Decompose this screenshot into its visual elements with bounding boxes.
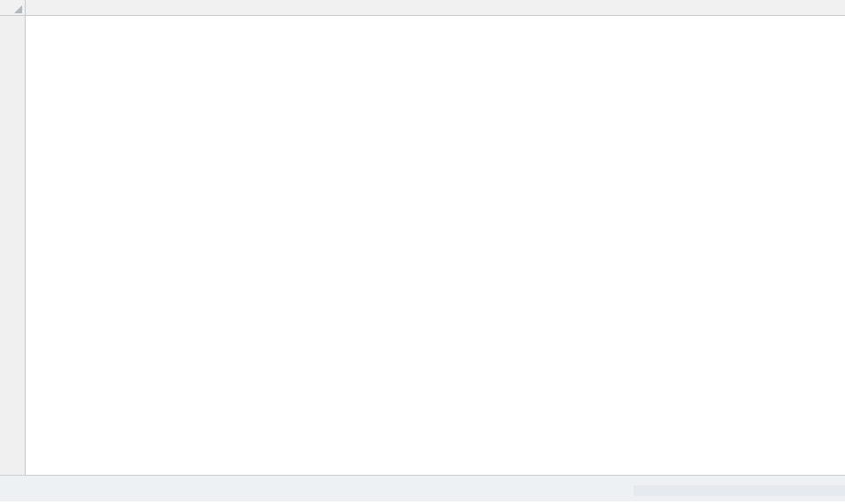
sheet-tab-bar <box>0 475 845 501</box>
horizontal-scrollbar-thumb[interactable] <box>634 486 844 495</box>
column-header-row <box>0 0 845 16</box>
sheet-nav-more-icon[interactable] <box>74 478 96 498</box>
excel-window <box>0 0 845 504</box>
worksheet[interactable] <box>27 16 845 475</box>
sheet-nav-next-icon[interactable] <box>48 477 64 497</box>
hscroll-left-arrow-icon[interactable] <box>621 483 632 495</box>
select-all-corner[interactable] <box>0 0 26 15</box>
sheet-menu-icon[interactable] <box>606 477 618 497</box>
left-edge-strip <box>0 16 4 501</box>
sheet-nav-prev-icon[interactable] <box>21 477 37 497</box>
row-header-gutter <box>0 16 26 475</box>
select-all-triangle-icon <box>14 5 22 13</box>
horizontal-scrollbar-track[interactable] <box>634 485 845 496</box>
new-sheet-button[interactable] <box>580 477 599 496</box>
